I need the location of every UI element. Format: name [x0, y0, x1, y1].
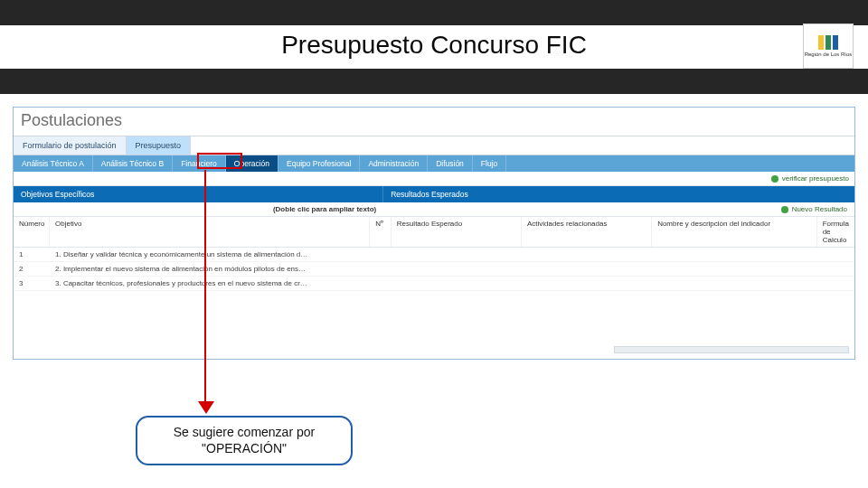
double-click-hint: (Doble clic para ampliar texto) [14, 202, 383, 216]
verify-icon [771, 175, 778, 183]
inner-tabstrip: Análisis Técnico A Análisis Técnico B Fi… [14, 155, 854, 172]
tab-operacion[interactable]: Operación [226, 155, 278, 172]
columns-header: Número Objetivo Nº Resultado Esperado Ac… [14, 217, 854, 248]
verify-button[interactable]: verificar presupuesto [782, 174, 849, 183]
tab-equipo[interactable]: Equipo Profesional [278, 155, 360, 172]
hint-row: (Doble clic para ampliar texto) Nuevo Re… [14, 202, 854, 217]
slide-title: Presupuesto Concurso FIC [0, 31, 868, 60]
table-row[interactable]: 2 2. Implementar el nuevo sistema de ali… [14, 262, 854, 277]
row-obj: 2. Implementar el nuevo sistema de alime… [50, 262, 383, 276]
slide-header-bar: Presupuesto Concurso FIC Región de Los R… [0, 0, 868, 94]
logo-bars-icon [818, 35, 838, 50]
app-window: Postulaciones Formulario de postulación … [13, 107, 855, 360]
resultados-header: Resultados Esperados [383, 186, 854, 202]
tab-analisis-a[interactable]: Análisis Técnico A [14, 155, 93, 172]
col-formula: Formula de Calculo [817, 217, 854, 247]
tab-flujo[interactable]: Flujo [473, 155, 506, 172]
row-num: 3 [14, 277, 50, 290]
horizontal-scrollbar[interactable] [614, 346, 849, 353]
row-num: 2 [14, 262, 50, 276]
outer-tabstrip: Formulario de postulación Presupuesto [14, 136, 854, 155]
callout-line1: Se sugiere comenzar por [148, 425, 340, 441]
new-result-button[interactable]: Nuevo Resultado [792, 205, 847, 213]
region-logo: Región de Los Ríos [803, 23, 854, 69]
tab-financiero[interactable]: Financiero [173, 155, 226, 172]
section-heading: Postulaciones [14, 108, 854, 136]
col-resultado: Resultado Esperado [392, 217, 522, 247]
annotation-arrow-shaft [204, 170, 206, 405]
annotation-arrow-head-icon [198, 401, 214, 414]
tab-difusion[interactable]: Difusión [428, 155, 473, 172]
table-row[interactable]: 1 1. Diseñar y validar técnica y económi… [14, 248, 854, 262]
col-actividades: Actividades relacionadas [522, 217, 652, 247]
objetivos-header: Objetivos Específicos [14, 186, 383, 202]
col-objetivo: Objetivo [50, 217, 370, 247]
table-row[interactable]: 3 3. Capacitar técnicos, profesionales y… [14, 277, 854, 291]
callout-line2: "OPERACIÓN" [148, 441, 340, 457]
tab-administracion[interactable]: Administración [360, 155, 428, 172]
callout-box: Se sugiere comenzar por "OPERACIÓN" [136, 416, 353, 465]
tab-analisis-b[interactable]: Análisis Técnico B [93, 155, 173, 172]
data-rows: 1 1. Diseñar y validar técnica y económi… [14, 248, 854, 291]
row-obj: 1. Diseñar y validar técnica y económica… [50, 248, 383, 261]
verify-toolbar: verificar presupuesto [14, 172, 854, 186]
row-num: 1 [14, 248, 50, 261]
col-n: Nº [370, 217, 392, 247]
col-indicador: Nombre y descripción del indicador [652, 217, 817, 247]
add-icon [781, 206, 788, 213]
row-obj: 3. Capacitar técnicos, profesionales y p… [50, 277, 383, 290]
tab-presupuesto[interactable]: Presupuesto [127, 136, 192, 155]
panel-header-row: Objetivos Específicos Resultados Esperad… [14, 186, 854, 202]
tab-formulario[interactable]: Formulario de postulación [14, 136, 127, 155]
logo-text: Región de Los Ríos [805, 52, 853, 58]
col-numero: Número [14, 217, 50, 247]
